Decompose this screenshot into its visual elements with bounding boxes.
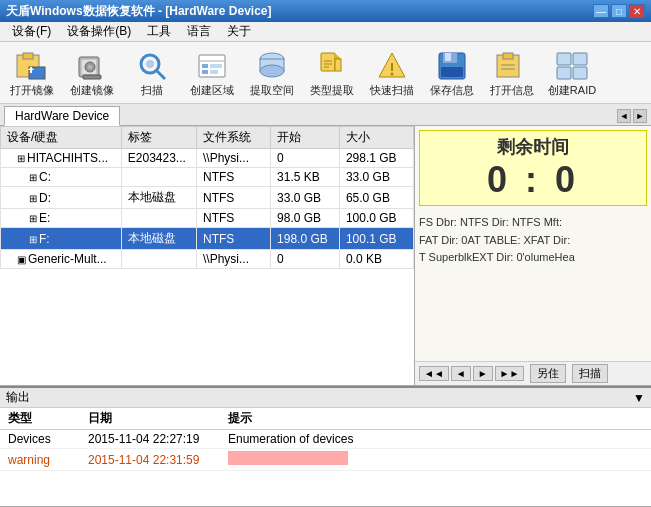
device-start: 0 <box>271 149 340 168</box>
svg-rect-36 <box>503 53 513 59</box>
nav-prev-button[interactable]: ◄ <box>451 366 471 381</box>
svg-rect-22 <box>321 53 335 71</box>
type-extract-icon <box>314 48 350 84</box>
svg-rect-24 <box>335 59 341 71</box>
menu-bar: 设备(F) 设备操作(B) 工具 语言 关于 <box>0 22 651 42</box>
menu-devices[interactable]: 设备(F) <box>4 22 59 41</box>
tab-next-button[interactable]: ► <box>633 109 647 123</box>
quick-scan-button[interactable]: 快速扫描 <box>364 45 420 100</box>
device-name: ⊞F: <box>1 228 122 250</box>
quick-scan-label: 快速扫描 <box>370 84 414 97</box>
table-row[interactable]: ▣Generic-Mult... \\Physi... 0 0.0 KB <box>1 250 414 269</box>
table-row[interactable]: ⊞E: NTFS 98.0 GB 100.0 GB <box>1 209 414 228</box>
write-button[interactable]: 另住 <box>530 364 566 383</box>
table-row[interactable]: ⊞C: NTFS 31.5 KB 33.0 GB <box>1 168 414 187</box>
device-fs: NTFS <box>197 209 271 228</box>
device-fs: \\Physi... <box>197 149 271 168</box>
create-raid-icon <box>554 48 590 84</box>
output-date: 2015-11-04 22:31:59 <box>80 449 220 471</box>
type-extract-label: 类型提取 <box>310 84 354 97</box>
main-area: 设备/硬盘 标签 文件系统 开始 大小 ⊞HITACHIHTS... E2034… <box>0 126 651 386</box>
device-size: 298.1 GB <box>339 149 413 168</box>
maximize-button[interactable]: □ <box>611 4 627 18</box>
save-info-icon <box>434 48 470 84</box>
fs-row-1: FS Dbr: NTFS Dir: NTFS Mft: <box>419 214 647 232</box>
device-start: 198.0 GB <box>271 228 340 250</box>
output-hint <box>220 449 651 471</box>
device-size: 100.0 GB <box>339 209 413 228</box>
open-info-icon <box>494 48 530 84</box>
fs-info: FS Dbr: NTFS Dir: NTFS Mft: FAT Dir: 0AT… <box>415 210 651 271</box>
device-fs: NTFS <box>197 228 271 250</box>
right-panel: 剩余时间 0 : 0 FS Dbr: NTFS Dir: NTFS Mft: F… <box>415 126 651 385</box>
hardware-device-tab[interactable]: HardWare Device <box>4 106 120 126</box>
nav-first-button[interactable]: ◄◄ <box>419 366 449 381</box>
scan-icon <box>134 48 170 84</box>
device-panel: 设备/硬盘 标签 文件系统 开始 大小 ⊞HITACHIHTS... E2034… <box>0 126 415 385</box>
create-image-button[interactable]: 创建镜像 <box>64 45 120 100</box>
scan-label: 扫描 <box>141 84 163 97</box>
remaining-value: 0 : 0 <box>424 159 642 201</box>
svg-point-21 <box>260 65 284 77</box>
scan-bottom-button[interactable]: 扫描 <box>572 364 608 383</box>
extract-space-icon <box>254 48 290 84</box>
svg-rect-34 <box>441 67 463 77</box>
menu-tools[interactable]: 工具 <box>139 22 179 41</box>
device-fs: NTFS <box>197 168 271 187</box>
output-type: warning <box>0 449 80 471</box>
svg-rect-15 <box>202 64 208 68</box>
svg-rect-16 <box>210 64 222 68</box>
scan-button[interactable]: 扫描 <box>124 45 180 100</box>
svg-rect-40 <box>573 53 587 65</box>
col-type: 类型 <box>0 408 80 430</box>
tab-prev-button[interactable]: ◄ <box>617 109 631 123</box>
create-region-button[interactable]: 创建区域 <box>184 45 240 100</box>
nav-last-button[interactable]: ►► <box>495 366 525 381</box>
create-image-icon <box>74 48 110 84</box>
save-info-button[interactable]: 保存信息 <box>424 45 480 100</box>
device-fs: NTFS <box>197 187 271 209</box>
menu-language[interactable]: 语言 <box>179 22 219 41</box>
quick-scan-icon <box>374 48 410 84</box>
open-info-label: 打开信息 <box>490 84 534 97</box>
svg-rect-17 <box>202 70 208 74</box>
nav-next-button[interactable]: ► <box>473 366 493 381</box>
create-region-icon <box>194 48 230 84</box>
table-row[interactable]: ⊞HITACHIHTS... E203423... \\Physi... 0 2… <box>1 149 414 168</box>
fs-row-2: FAT Dir: 0AT TABLE: XFAT Dir: <box>419 232 647 250</box>
title-buttons[interactable]: — □ ✕ <box>593 4 645 18</box>
col-label: 标签 <box>121 127 196 149</box>
device-size: 33.0 GB <box>339 168 413 187</box>
device-label: 本地磁盘 <box>121 228 196 250</box>
svg-point-30 <box>391 72 394 75</box>
device-name: ⊞D: <box>1 187 122 209</box>
create-raid-label: 创建RAID <box>548 84 596 97</box>
create-raid-button[interactable]: 创建RAID <box>544 45 600 100</box>
nav-buttons: ◄◄ ◄ ► ►► 另住 扫描 <box>415 361 651 385</box>
menu-device-ops[interactable]: 设备操作(B) <box>59 22 139 41</box>
svg-marker-23 <box>335 53 341 59</box>
output-collapse-icon[interactable]: ▼ <box>633 391 645 405</box>
device-start: 31.5 KB <box>271 168 340 187</box>
type-extract-button[interactable]: 类型提取 <box>304 45 360 100</box>
device-name: ▣Generic-Mult... <box>1 250 122 269</box>
extract-space-button[interactable]: 提取空间 <box>244 45 300 100</box>
minimize-button[interactable]: — <box>593 4 609 18</box>
col-device: 设备/硬盘 <box>1 127 122 149</box>
table-row[interactable]: ⊞D: 本地磁盘 NTFS 33.0 GB 65.0 GB <box>1 187 414 209</box>
menu-about[interactable]: 关于 <box>219 22 259 41</box>
device-label <box>121 250 196 269</box>
open-image-button[interactable]: 打开镜像 <box>4 45 60 100</box>
svg-line-11 <box>157 71 165 79</box>
open-info-button[interactable]: 打开信息 <box>484 45 540 100</box>
close-button[interactable]: ✕ <box>629 4 645 18</box>
device-name: ⊞HITACHIHTS... <box>1 149 122 168</box>
remaining-time-panel: 剩余时间 0 : 0 <box>419 130 647 206</box>
title-bar: 天盾Windows数据恢复软件 - [HardWare Device] — □ … <box>0 0 651 22</box>
output-table: 类型 日期 提示 Devices 2015-11-04 22:27:19 Enu… <box>0 408 651 471</box>
device-size: 65.0 GB <box>339 187 413 209</box>
col-hint: 提示 <box>220 408 651 430</box>
output-row: Devices 2015-11-04 22:27:19 Enumeration … <box>0 430 651 449</box>
table-row[interactable]: ⊞F: 本地磁盘 NTFS 198.0 GB 100.1 GB <box>1 228 414 250</box>
device-label <box>121 209 196 228</box>
